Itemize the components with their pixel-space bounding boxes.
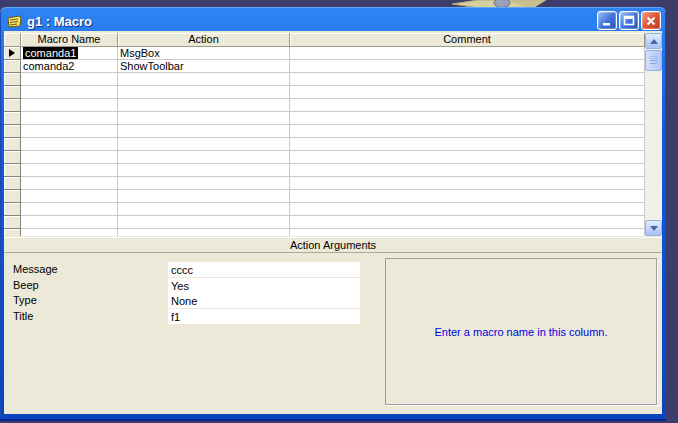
macro-designer-window: g1 : Macro	[0, 7, 666, 421]
argument-field-type[interactable]	[168, 293, 360, 308]
scroll-up-button[interactable]	[645, 33, 662, 49]
macro-name-cell[interactable]	[21, 203, 118, 216]
comment-cell[interactable]	[290, 138, 645, 151]
row-selector[interactable]	[4, 164, 21, 177]
action-cell[interactable]	[118, 164, 290, 177]
table-row	[4, 73, 645, 86]
header-comment[interactable]: Comment	[290, 33, 645, 47]
chevron-down-icon	[650, 226, 658, 231]
action-cell[interactable]	[118, 151, 290, 164]
comment-cell[interactable]	[290, 47, 645, 60]
table-row	[4, 216, 645, 229]
macro-name-cell[interactable]	[21, 138, 118, 151]
row-selector[interactable]	[4, 216, 21, 229]
table-row	[4, 203, 645, 216]
macro-name-cell[interactable]	[21, 151, 118, 164]
macro-designer-content: Macro Name Action Comment comanda1MsgBox…	[4, 31, 662, 414]
macro-name-cell[interactable]	[21, 229, 118, 236]
desktop-background: g1 : Macro	[0, 0, 678, 423]
header-macro-name[interactable]: Macro Name	[21, 33, 118, 47]
header-row-selector	[4, 33, 21, 47]
table-row	[4, 177, 645, 190]
argument-field-beep[interactable]	[168, 278, 360, 293]
row-selector[interactable]	[4, 190, 21, 203]
action-cell[interactable]: MsgBox	[118, 47, 290, 60]
minimize-button[interactable]	[597, 11, 617, 30]
macro-name-cell[interactable]	[21, 190, 118, 203]
macro-name-cell[interactable]: comanda1	[21, 47, 118, 60]
action-cell[interactable]	[118, 73, 290, 86]
window-title: g1 : Macro	[27, 14, 92, 29]
action-cell[interactable]	[118, 138, 290, 151]
macro-name-cell[interactable]	[21, 216, 118, 229]
row-selector[interactable]	[4, 229, 21, 236]
row-selector[interactable]	[4, 151, 21, 164]
row-selector[interactable]	[4, 47, 21, 60]
maximize-button[interactable]	[619, 11, 639, 30]
argument-row: Beep	[13, 278, 360, 293]
action-cell[interactable]	[118, 190, 290, 203]
argument-row: Message	[13, 262, 360, 277]
action-cell[interactable]: ShowToolbar	[118, 60, 290, 73]
comment-cell[interactable]	[290, 216, 645, 229]
argument-field-message[interactable]	[168, 262, 360, 277]
comment-cell[interactable]	[290, 112, 645, 125]
comment-cell[interactable]	[290, 177, 645, 190]
table-row	[4, 190, 645, 203]
comment-cell[interactable]	[290, 60, 645, 73]
help-text: Enter a macro name in this column.	[434, 326, 607, 338]
comment-cell[interactable]	[290, 86, 645, 99]
macro-grid: Macro Name Action Comment comanda1MsgBox…	[4, 33, 662, 236]
action-cell[interactable]	[118, 86, 290, 99]
action-cell[interactable]	[118, 177, 290, 190]
comment-cell[interactable]	[290, 151, 645, 164]
argument-label: Beep	[13, 278, 168, 293]
macro-icon	[7, 15, 22, 28]
macro-name-cell[interactable]	[21, 177, 118, 190]
row-selector[interactable]	[4, 73, 21, 86]
macro-name-cell[interactable]	[21, 73, 118, 86]
scroll-down-button[interactable]	[645, 220, 662, 236]
argument-label: Type	[13, 293, 168, 308]
argument-help-box: Enter a macro name in this column.	[385, 258, 657, 405]
action-cell[interactable]	[118, 125, 290, 138]
macro-name-cell[interactable]	[21, 86, 118, 99]
table-row	[4, 151, 645, 164]
title-bar[interactable]: g1 : Macro	[3, 9, 663, 33]
table-row	[4, 112, 645, 125]
action-cell[interactable]	[118, 203, 290, 216]
argument-field-title[interactable]	[168, 309, 360, 324]
row-selector[interactable]	[4, 138, 21, 151]
header-action[interactable]: Action	[118, 33, 290, 47]
row-selector[interactable]	[4, 99, 21, 112]
close-button[interactable]	[641, 11, 661, 30]
current-row-marker-icon	[9, 49, 15, 57]
row-selector[interactable]	[4, 60, 21, 73]
table-row	[4, 99, 645, 112]
macro-name-cell[interactable]: comanda2	[21, 60, 118, 73]
macro-name-cell[interactable]	[21, 99, 118, 112]
comment-cell[interactable]	[290, 73, 645, 86]
row-selector[interactable]	[4, 112, 21, 125]
action-cell[interactable]	[118, 216, 290, 229]
comment-cell[interactable]	[290, 203, 645, 216]
comment-cell[interactable]	[290, 190, 645, 203]
macro-name-cell[interactable]	[21, 125, 118, 138]
row-selector[interactable]	[4, 203, 21, 216]
scrollbar-thumb[interactable]	[645, 50, 662, 71]
table-row: comanda2ShowToolbar	[4, 60, 645, 73]
comment-cell[interactable]	[290, 99, 645, 112]
macro-name-cell[interactable]	[21, 112, 118, 125]
row-selector[interactable]	[4, 86, 21, 99]
comment-cell[interactable]	[290, 229, 645, 236]
row-selector[interactable]	[4, 125, 21, 138]
table-row: comanda1MsgBox	[4, 47, 645, 60]
vertical-scrollbar[interactable]	[645, 33, 662, 236]
row-selector[interactable]	[4, 177, 21, 190]
action-cell[interactable]	[118, 112, 290, 125]
action-cell[interactable]	[118, 99, 290, 112]
macro-name-cell[interactable]	[21, 164, 118, 177]
action-cell[interactable]	[118, 229, 290, 236]
comment-cell[interactable]	[290, 164, 645, 177]
comment-cell[interactable]	[290, 125, 645, 138]
